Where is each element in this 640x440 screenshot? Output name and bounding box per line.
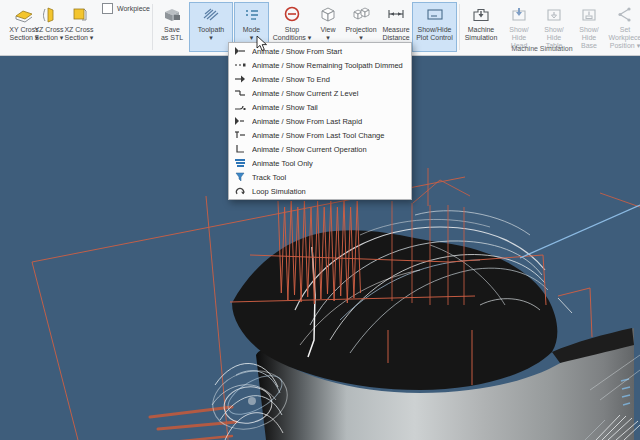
menu-item-animate-show-remaining-toolpath-dimmed[interactable]: Animate / Show Remaining Toolpath Dimmed: [229, 58, 411, 72]
z-level-icon: [233, 88, 247, 98]
menu-item-label: Animate / Show Current Operation: [252, 145, 405, 154]
menu-item-label: Animate / Show Current Z Level: [252, 89, 405, 98]
save-as-stl-label: Save as STL: [161, 26, 183, 42]
to-end-icon: [233, 74, 247, 84]
workpiece-checkbox[interactable]: [102, 3, 113, 14]
menu-item-label: Animate Tool Only: [252, 159, 405, 168]
machine-simulation-icon: [471, 5, 491, 25]
remaining-dimmed-icon: [233, 60, 247, 70]
menu-item-label: Animate / Show To End: [252, 75, 405, 84]
toolpath-icon: [201, 5, 221, 25]
toolpath-label: Toolpath ▾: [198, 26, 224, 42]
menu-item-label: Loop Simulation: [252, 187, 405, 196]
workpiece-checkbox-row[interactable]: Workpiece: [102, 3, 150, 14]
ribbon-group-label: Machine Simulation: [452, 45, 632, 52]
view-label: View ▾: [320, 26, 335, 42]
menu-item-label: Animate / Show From Last Rapid: [252, 117, 405, 126]
workpiece-checkbox-label: Workpiece: [117, 5, 150, 12]
xz-cross-section-button[interactable]: XZ Cross Section ▾: [57, 2, 101, 52]
yz-plane-icon: [39, 5, 59, 25]
menu-item-animate-show-from-last-rapid[interactable]: Animate / Show From Last Rapid: [229, 114, 411, 128]
projection-label: Projection ▾: [345, 26, 376, 42]
save-as-stl-button[interactable]: Save as STL: [156, 2, 188, 52]
ribbon-separator: [152, 4, 153, 50]
show-hide-table-icon: [544, 5, 564, 25]
xz-cross-section-label: XZ Cross Section ▾: [64, 26, 93, 42]
ribbon-separator: [459, 4, 460, 50]
track-tool-icon: [233, 172, 247, 182]
current-operation-icon: [233, 144, 247, 154]
menu-item-animate-show-tail[interactable]: Animate / Show Tail: [229, 100, 411, 114]
menu-item-track-tool[interactable]: Track Tool: [229, 170, 411, 184]
mode-icon: [242, 5, 262, 25]
measure-distance-label: Measure Distance: [382, 26, 409, 42]
menu-item-animate-show-current-z-level[interactable]: Animate / Show Current Z Level: [229, 86, 411, 100]
menu-item-label: Track Tool: [252, 173, 405, 182]
toolpath-button[interactable]: Toolpath ▾: [189, 2, 233, 52]
from-start-icon: [233, 46, 247, 56]
stop-conditions-icon: [282, 5, 302, 25]
loop-icon: [233, 186, 247, 196]
projection-icon: [351, 5, 371, 25]
show-hide-base-icon: [579, 5, 599, 25]
stop-conditions-label: Stop Conditions ▾: [273, 26, 312, 42]
menu-item-loop-simulation[interactable]: Loop Simulation: [229, 184, 411, 198]
mode-dropdown-menu: Animate / Show From StartAnimate / Show …: [228, 42, 412, 200]
menu-item-label: Animate / Show Tail: [252, 103, 405, 112]
menu-item-animate-tool-only[interactable]: Animate Tool Only: [229, 156, 411, 170]
menu-item-animate-show-to-end[interactable]: Animate / Show To End: [229, 72, 411, 86]
view-cube-icon: [318, 5, 338, 25]
save-stl-icon: [162, 5, 182, 25]
tool-only-icon: [233, 158, 247, 168]
tail-icon: [233, 102, 247, 112]
measure-distance-icon: [386, 5, 406, 25]
tool-change-icon: [233, 130, 247, 140]
show-hide-plot-control-button[interactable]: Show/Hide Plot Control: [412, 2, 457, 52]
plot-control-label: Show/Hide Plot Control: [416, 26, 453, 42]
show-hide-head-icon: [509, 5, 529, 25]
menu-item-label: Animate / Show From Start: [252, 47, 405, 56]
mouse-cursor: [256, 36, 268, 52]
xz-plane-icon: [69, 5, 89, 25]
menu-item-label: Animate / Show Remaining Toolpath Dimmed: [252, 61, 405, 70]
set-workpiece-position-icon: [615, 5, 635, 25]
plot-control-icon: [425, 5, 445, 25]
menu-item-animate-show-from-last-tool-change[interactable]: Animate / Show From Last Tool Change: [229, 128, 411, 142]
menu-item-animate-show-current-operation[interactable]: Animate / Show Current Operation: [229, 142, 411, 156]
last-rapid-icon: [233, 116, 247, 126]
machine-simulation-label: Machine Simulation: [465, 26, 498, 42]
menu-item-label: Animate / Show From Last Tool Change: [252, 131, 405, 140]
